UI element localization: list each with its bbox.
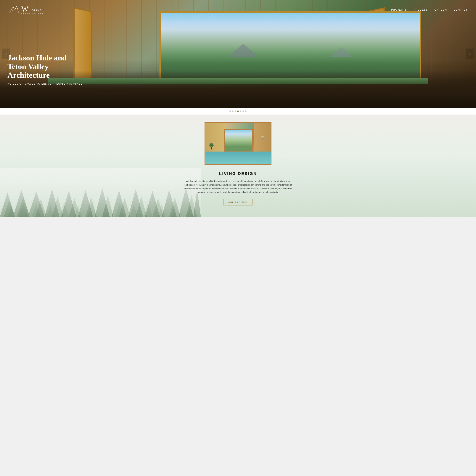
nav-item-contact[interactable]: CONTACT bbox=[454, 8, 468, 11]
slide-dot-3[interactable] bbox=[235, 110, 236, 112]
main-nav: WILDLINE ARCHITECTURE PROJECTS PROCESS C… bbox=[0, 0, 476, 19]
slide-indicators bbox=[0, 108, 476, 115]
nav-links: PROJECTS PROCESS CARBON CONTACT bbox=[391, 8, 468, 11]
section-title: LIVING DESIGN bbox=[219, 171, 257, 176]
svg-point-44 bbox=[261, 136, 264, 137]
mountain-silhouette bbox=[213, 42, 368, 57]
hero-section: WILDLINE ARCHITECTURE PROJECTS PROCESS C… bbox=[0, 0, 476, 108]
nav-item-process[interactable]: PROCESS bbox=[413, 8, 428, 11]
next-slide-button[interactable]: › bbox=[466, 49, 474, 59]
hero-subtitle: WE DESIGN SPACES TO ENLIVEN PEOPLE AND P… bbox=[7, 82, 85, 85]
nav-link-contact[interactable]: CONTACT bbox=[454, 8, 468, 11]
svg-point-42 bbox=[211, 144, 214, 147]
lamp-icon bbox=[260, 135, 264, 140]
slide-dot-1[interactable] bbox=[229, 110, 231, 112]
main-content: LIVING DESIGN Wildline delivers high-qua… bbox=[0, 115, 476, 217]
logo-text: WILDLINE ARCHITECTURE bbox=[21, 5, 44, 14]
logo-w-letter: WILDLINE bbox=[21, 5, 44, 13]
prev-slide-button[interactable]: ‹ bbox=[2, 49, 10, 59]
our-process-button[interactable]: OUR PROCESS bbox=[223, 199, 252, 205]
svg-rect-45 bbox=[262, 137, 263, 140]
slide-dot-5[interactable] bbox=[240, 110, 241, 112]
bench-surface bbox=[48, 78, 428, 84]
featured-image-container bbox=[204, 122, 272, 165]
plant-icon bbox=[209, 142, 214, 150]
nav-link-projects[interactable]: PROJECTS bbox=[391, 8, 407, 11]
room-bed bbox=[205, 152, 271, 164]
hero-text-overlay: Jackson Hole and Teton Valley Architectu… bbox=[7, 53, 85, 85]
logo-architecture: ARCHITECTURE bbox=[21, 13, 44, 14]
nav-item-projects[interactable]: PROJECTS bbox=[391, 8, 407, 11]
slide-dot-2[interactable] bbox=[232, 110, 234, 112]
section-body: Wildline delivers high-quality design by… bbox=[184, 179, 292, 194]
slide-dot-4[interactable] bbox=[237, 110, 239, 112]
hero-title: Jackson Hole and Teton Valley Architectu… bbox=[7, 53, 85, 79]
slide-dot-7[interactable] bbox=[245, 110, 247, 112]
nav-link-process[interactable]: PROCESS bbox=[413, 8, 428, 11]
logo-wildline: ILDLINE bbox=[28, 9, 42, 12]
slide-dot-6[interactable] bbox=[242, 110, 244, 112]
room-window bbox=[224, 129, 253, 152]
nav-link-carbon[interactable]: CARBON bbox=[435, 8, 447, 11]
featured-image bbox=[204, 122, 272, 165]
content-center: LIVING DESIGN Wildline delivers high-qua… bbox=[0, 115, 476, 217]
logo[interactable]: WILDLINE ARCHITECTURE bbox=[8, 4, 44, 15]
logo-icon bbox=[8, 4, 19, 15]
nav-item-carbon[interactable]: CARBON bbox=[435, 8, 447, 11]
